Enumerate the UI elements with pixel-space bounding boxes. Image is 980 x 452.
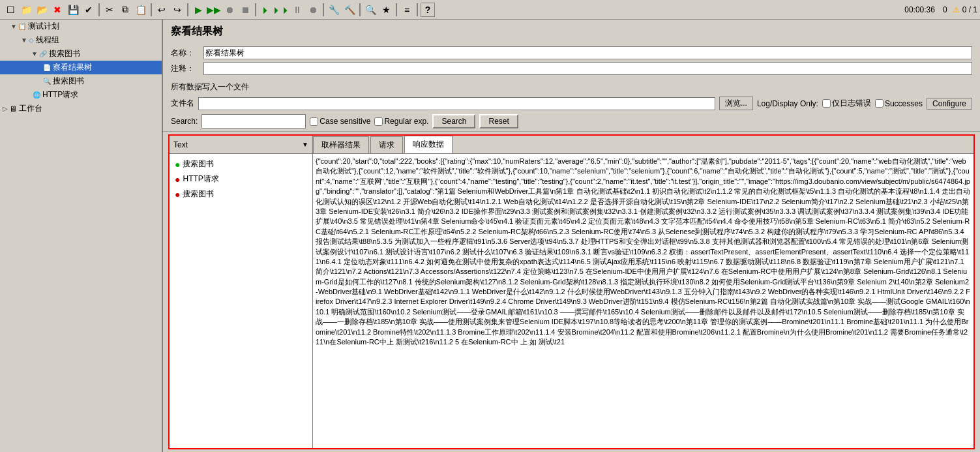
- tabs-container: 取样器结果 请求 响应数据: [313, 136, 454, 153]
- result-item-label: 搜索图书: [183, 158, 214, 170]
- regex-label[interactable]: Regular exp.: [374, 117, 428, 126]
- case-sensitive-checkbox[interactable]: [310, 117, 318, 126]
- start-button[interactable]: ⏵: [259, 3, 273, 17]
- warning-count: 0 / 1: [962, 5, 977, 14]
- errors-checkbox-label[interactable]: 仅日志错误: [822, 98, 871, 109]
- stop-button[interactable]: ⏺: [222, 3, 237, 17]
- pause-button[interactable]: ⏸: [290, 3, 304, 17]
- timer-display: 00:00:36: [904, 5, 935, 14]
- errors-checkbox[interactable]: [822, 99, 831, 108]
- cut-button[interactable]: ✂: [102, 3, 117, 17]
- paste-button[interactable]: 📋: [134, 3, 148, 17]
- search-icon-button[interactable]: 🔍: [363, 3, 378, 17]
- text-dropdown-label: Text: [173, 140, 188, 149]
- search-button[interactable]: Search: [432, 114, 475, 128]
- workbench-label: 工作台: [19, 103, 42, 114]
- stop-all-button[interactable]: ⏹: [238, 3, 252, 17]
- result-tree-icon: 📄: [43, 64, 51, 71]
- open-button[interactable]: 📂: [35, 3, 49, 17]
- tree-item-thread-group[interactable]: ▼ ◇ 线程组: [0, 33, 162, 47]
- case-sensitive-label[interactable]: Case sensitive: [310, 117, 370, 126]
- separator-6: [359, 3, 361, 16]
- search-input[interactable]: [201, 114, 306, 128]
- results-body: ● 搜索图书 ● HTTP请求 ● 搜索图书 {"count":20,"star…: [170, 154, 973, 448]
- comment-input[interactable]: [203, 62, 972, 75]
- tab-response-data[interactable]: 响应数据: [404, 136, 453, 153]
- result-item-http-request[interactable]: ● HTTP请求: [170, 172, 312, 187]
- new-button[interactable]: ☐: [3, 3, 18, 17]
- errors-label: 仅日志错误: [832, 98, 871, 109]
- redo-button[interactable]: ↪: [170, 3, 185, 17]
- tree-item-test-plan[interactable]: ▼ 📋 测试计划: [0, 20, 162, 33]
- search-label: Search:: [171, 117, 198, 126]
- result-item-search-books-2[interactable]: ● 搜索图书: [170, 187, 312, 202]
- panel-title: 察看结果树: [163, 20, 980, 44]
- thread-group-icon: ◇: [29, 37, 34, 44]
- comment-row: 注释：: [171, 62, 972, 75]
- test-plan-icon: 📋: [18, 23, 26, 30]
- star-button[interactable]: ★: [379, 3, 393, 17]
- separator-7: [396, 3, 397, 16]
- result-item-label: HTTP请求: [183, 173, 218, 185]
- file-section-label: 所有数据写入一个文件: [163, 80, 980, 94]
- file-row: 文件名 浏览... Log/Display Only: 仅日志错误 Succes…: [163, 95, 980, 112]
- comment-label: 注释：: [171, 63, 203, 74]
- main-container: ▼ 📋 测试计划 ▼ ◇ 线程组 ▼ 🔗 搜索图书 📄 察看结果树 🔍 搜索图书…: [0, 20, 980, 452]
- successes-checkbox-label[interactable]: Successes: [875, 99, 923, 108]
- log-options: Log/Display Only: 仅日志错误 Successes Config…: [757, 98, 972, 110]
- search-books-icon: 🔗: [39, 50, 47, 57]
- case-sensitive-text: Case sensitive: [319, 117, 370, 126]
- tab-request[interactable]: 请求: [370, 136, 403, 153]
- separator-8: [417, 3, 418, 16]
- status-green-icon: ●: [175, 159, 180, 170]
- toolbar-right: 00:00:36 0 ⚠ 0 / 1: [904, 5, 977, 14]
- result-tree-label: 察看结果树: [53, 62, 92, 73]
- results-area: Text ▼ 取样器结果 请求 响应数据: [168, 134, 975, 449]
- list-button[interactable]: ≡: [400, 3, 414, 17]
- reset-button[interactable]: Reset: [479, 114, 518, 128]
- tree-item-http-request[interactable]: 🌐 HTTP请求: [0, 88, 162, 102]
- file-input[interactable]: [198, 97, 715, 110]
- content-area: {"count":20,"start":0,"total":222,"books…: [313, 154, 973, 448]
- left-panel: ▼ 📋 测试计划 ▼ ◇ 线程组 ▼ 🔗 搜索图书 📄 察看结果树 🔍 搜索图书…: [0, 20, 163, 452]
- dropdown-arrow-icon: ▼: [302, 141, 308, 148]
- result-item-search-books[interactable]: ● 搜索图书: [170, 157, 312, 172]
- successes-checkbox[interactable]: [875, 99, 883, 108]
- name-row: 名称：: [171, 46, 972, 59]
- tab-sampler-result[interactable]: 取样器结果: [313, 136, 369, 153]
- tabs-header: Text ▼ 取样器结果 请求 响应数据: [170, 136, 973, 154]
- run-button[interactable]: ▶: [191, 3, 205, 17]
- tools1-button[interactable]: 🔧: [327, 3, 341, 17]
- expand-icon: ▷: [3, 105, 8, 112]
- undo-button[interactable]: ↩: [155, 3, 169, 17]
- check-button[interactable]: ✔: [82, 3, 96, 17]
- debug-button[interactable]: ⏵⏵: [275, 3, 289, 17]
- tools2-button[interactable]: 🔨: [342, 3, 357, 17]
- right-panel: 察看结果树 名称： 注释： 所有数据写入一个文件 文件名 浏览... Log/D…: [163, 20, 980, 452]
- help-button[interactable]: ?: [421, 3, 435, 17]
- response-content: {"count":20,"start":0,"total":222,"books…: [316, 157, 970, 346]
- tool1-button[interactable]: ⏺: [306, 3, 320, 17]
- tree-item-result-tree[interactable]: 📄 察看结果树: [0, 61, 162, 74]
- run-all-button[interactable]: ▶▶: [207, 3, 221, 17]
- warning-icon: ⚠: [953, 5, 960, 14]
- form-area: 名称： 注释：: [163, 44, 980, 80]
- text-dropdown[interactable]: Text ▼: [170, 139, 312, 151]
- copy-button[interactable]: ⧉: [118, 3, 132, 17]
- name-input[interactable]: [203, 46, 972, 59]
- status-red-icon-2: ●: [175, 189, 180, 200]
- expand-icon: ▼: [21, 37, 27, 44]
- tree-item-search-books-2[interactable]: 🔍 搜索图书: [0, 74, 162, 88]
- regex-checkbox[interactable]: [374, 117, 383, 126]
- close-button[interactable]: ✖: [50, 3, 65, 17]
- configure-button[interactable]: Configure: [927, 98, 972, 110]
- tree-item-search-books-1[interactable]: ▼ 🔗 搜索图书: [0, 47, 162, 61]
- http-request-label: HTTP请求: [42, 89, 78, 100]
- tab-sampler-label: 取样器结果: [321, 140, 361, 149]
- save-button[interactable]: 💾: [66, 3, 80, 17]
- browse-button[interactable]: 浏览...: [719, 97, 753, 110]
- open-folder-button[interactable]: 📁: [19, 3, 33, 17]
- separator-2: [151, 3, 152, 16]
- tree-item-workbench[interactable]: ▷ 🖥 工作台: [0, 102, 162, 115]
- separator-3: [187, 3, 188, 16]
